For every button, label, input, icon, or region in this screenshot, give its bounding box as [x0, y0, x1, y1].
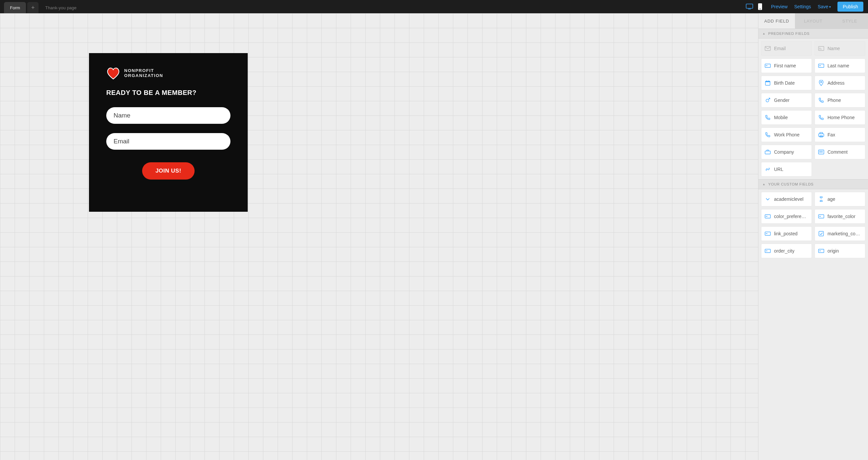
field-chip-phone[interactable]: Phone	[814, 93, 865, 107]
logo: NONPROFIT ORGANIZATION	[106, 67, 230, 80]
logo-text: NONPROFIT ORGANIZATION	[124, 68, 163, 78]
desktop-icon[interactable]	[746, 4, 753, 10]
svg-rect-28	[819, 216, 821, 217]
svg-point-3	[760, 9, 761, 10]
svg-rect-7	[819, 49, 822, 49]
svg-rect-31	[819, 231, 824, 236]
svg-rect-26	[766, 216, 767, 217]
svg-rect-23	[819, 151, 823, 151]
field-chip-label: link_posted	[774, 231, 798, 236]
svg-rect-19	[820, 132, 823, 134]
collapse-icon: ▲	[763, 183, 766, 186]
field-chip-label: academiclevel	[774, 196, 804, 202]
svg-rect-5	[818, 46, 824, 51]
field-chip-work-phone[interactable]: Work Phone	[761, 127, 812, 142]
field-chip-label: Phone	[828, 98, 841, 103]
svg-rect-11	[819, 65, 821, 66]
calendar-icon	[765, 80, 771, 86]
gender-icon	[765, 98, 771, 103]
svg-rect-24	[819, 152, 823, 152]
side-panel: ADD FIELD LAYOUT STYLE ▲ PREDEFINED FIEL…	[758, 13, 868, 460]
text-icon	[765, 232, 771, 236]
svg-point-17	[766, 99, 769, 102]
field-chip-birth-date[interactable]: Birth Date	[761, 76, 812, 90]
phone-icon	[765, 132, 771, 137]
field-chip-label: Home Phone	[828, 115, 855, 120]
tab-form[interactable]: Form	[4, 2, 26, 13]
add-tab-button[interactable]: +	[27, 2, 38, 13]
field-chip-label: age	[828, 196, 835, 202]
custom-field-grid: academiclevelagecolor_preferencefavorite…	[758, 189, 868, 261]
text-icon	[765, 64, 771, 68]
tab-layout[interactable]: LAYOUT	[795, 13, 832, 29]
field-chip-address[interactable]: Address	[814, 76, 865, 90]
form-heading[interactable]: READY TO BE A MEMBER?	[106, 89, 230, 97]
field-chip-label: color_preference	[774, 214, 808, 219]
section-predefined-header[interactable]: ▲ PREDEFINED FIELDS	[758, 29, 868, 38]
fax-icon	[818, 132, 824, 137]
tab-strip: Form + Thank-you page	[0, 0, 80, 13]
field-chip-label: Address	[828, 80, 844, 86]
tab-thank-you[interactable]: Thank-you page	[41, 2, 80, 13]
field-chip-origin[interactable]: origin	[814, 243, 865, 258]
tab-style[interactable]: STYLE	[832, 13, 868, 29]
field-chip-color-preference[interactable]: color_preference	[761, 209, 812, 224]
field-chip-email: Email	[761, 41, 812, 56]
svg-rect-15	[769, 80, 769, 81]
field-chip-order-city[interactable]: order_city	[761, 243, 812, 258]
field-chip-url[interactable]: URL	[761, 162, 812, 176]
field-chip-label: Work Phone	[774, 132, 800, 137]
text-icon	[765, 249, 771, 253]
device-switcher	[746, 3, 765, 10]
text-icon	[818, 64, 824, 68]
field-chip-label: marketing_consent	[828, 231, 862, 236]
field-chip-label: favorite_color	[828, 214, 856, 219]
tab-add-field[interactable]: ADD FIELD	[758, 13, 795, 29]
field-chip-label: Mobile	[774, 115, 788, 120]
section-custom-title: YOUR CUSTOM FIELDS	[768, 182, 813, 186]
section-custom-header[interactable]: ▲ YOUR CUSTOM FIELDS	[758, 179, 868, 189]
field-chip-label: Name	[828, 46, 840, 51]
join-button[interactable]: JOIN US!	[142, 162, 194, 179]
company-icon	[765, 150, 771, 154]
phone-icon	[818, 98, 824, 103]
field-chip-company[interactable]: Company	[761, 145, 812, 159]
field-chip-age[interactable]: age	[814, 192, 865, 206]
heart-icon	[106, 67, 120, 80]
field-chip-last-name[interactable]: Last name	[814, 58, 865, 73]
hourglass-icon	[818, 196, 824, 202]
svg-rect-35	[819, 251, 821, 251]
form-card[interactable]: NONPROFIT ORGANIZATION READY TO BE A MEM…	[89, 53, 248, 212]
field-chip-label: Gender	[774, 98, 789, 103]
publish-button[interactable]: Publish	[837, 2, 863, 11]
field-chip-marketing-consent[interactable]: marketing_consent	[814, 226, 865, 241]
field-chip-mobile[interactable]: Mobile	[761, 110, 812, 125]
mobile-icon[interactable]	[758, 3, 763, 10]
mail-icon	[765, 46, 771, 51]
field-chip-home-phone[interactable]: Home Phone	[814, 110, 865, 125]
field-chip-label: Company	[774, 150, 794, 155]
field-chip-comment[interactable]: Comment	[814, 145, 865, 159]
field-chip-label: First name	[774, 63, 796, 68]
field-chip-favorite-color[interactable]: favorite_color	[814, 209, 865, 224]
field-chip-academiclevel[interactable]: academiclevel	[761, 192, 812, 206]
text-icon	[818, 249, 824, 253]
text-icon	[818, 215, 824, 219]
svg-rect-1	[748, 9, 751, 10]
panel-tabs: ADD FIELD LAYOUT STYLE	[758, 13, 868, 29]
editor-canvas[interactable]: NONPROFIT ORGANIZATION READY TO BE A MEM…	[0, 13, 758, 460]
email-input[interactable]	[106, 133, 230, 150]
field-chip-gender[interactable]: Gender	[761, 93, 812, 107]
field-chip-fax[interactable]: Fax	[814, 127, 865, 142]
collapse-icon: ▲	[763, 32, 766, 35]
name-input[interactable]	[106, 107, 230, 124]
save-dropdown[interactable]: Save	[817, 4, 831, 9]
field-chip-label: Email	[774, 46, 786, 51]
text-icon	[765, 215, 771, 219]
predefined-field-grid: EmailNameFirst nameLast nameBirth DateAd…	[758, 38, 868, 179]
comment-icon	[818, 150, 824, 154]
field-chip-first-name[interactable]: First name	[761, 58, 812, 73]
preview-link[interactable]: Preview	[771, 4, 788, 9]
settings-link[interactable]: Settings	[794, 4, 811, 9]
field-chip-link-posted[interactable]: link_posted	[761, 226, 812, 241]
